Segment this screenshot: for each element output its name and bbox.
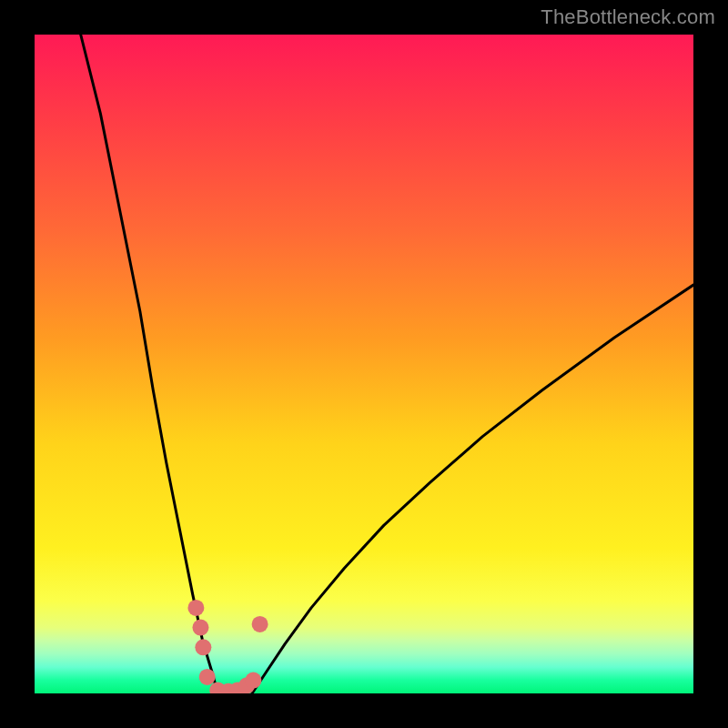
curve-lines [81,35,693,693]
chart-svg [35,35,693,693]
series-left-branch [81,35,218,693]
marker-dot [199,669,216,685]
series-right-branch [252,285,693,693]
outlier-markers [187,600,268,693]
watermark-text: TheBottleneck.com [541,5,715,29]
chart-frame: TheBottleneck.com [0,0,728,728]
marker-dot [187,600,204,616]
marker-dot [195,639,211,655]
plot-area [35,35,693,693]
marker-dot [192,620,208,636]
marker-dot [245,672,261,689]
marker-dot [252,616,268,632]
